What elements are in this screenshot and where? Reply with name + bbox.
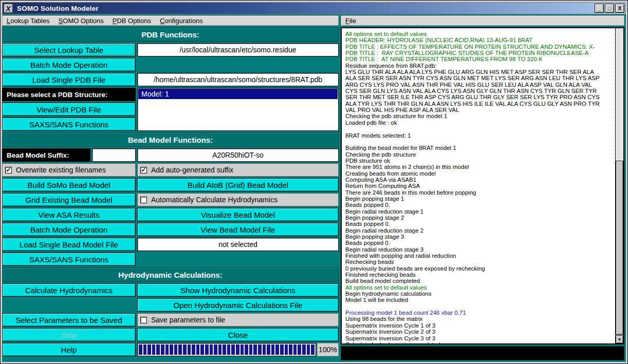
title-bar[interactable]: X SOMO Solution Modeler _ □ X (2, 2, 626, 14)
menu-item-pdb-options[interactable]: PDB Options (113, 17, 151, 25)
console-line: There are 951 atoms in 2 chain(s) in thi… (345, 164, 614, 170)
close-window-button[interactable]: X (615, 4, 624, 13)
progress-segment (152, 344, 156, 355)
console-line: CYS SER GLN LYS ASN VAL ALA CYS LYS ASN … (345, 88, 614, 94)
console-output[interactable]: All options set to default valuesPDB HEA… (341, 27, 624, 344)
show-hydrodynamic-calculations-button[interactable]: Show Hydrodynamic Calculations (137, 283, 339, 297)
checkbox-icon: ✓ (140, 167, 147, 174)
load-single-pdb-file-button[interactable]: Load Single PDB File (2, 73, 136, 86)
console-line: Beads popped 0. (345, 202, 614, 208)
console-scrollbar[interactable]: ▼ (615, 28, 623, 343)
select-parameters-to-be-saved-button[interactable]: Select Parameters to be Saved (2, 313, 136, 327)
view-asa-results-button[interactable]: View ASA Results (2, 208, 136, 221)
stop-button[interactable]: Stop (2, 328, 136, 341)
bead-model-suffix-input[interactable] (92, 148, 136, 162)
select-lookup-table-button[interactable]: Select Lookup Table (2, 43, 136, 56)
load-single-bead-model-file-button[interactable]: Load Single Bead Model File (2, 238, 136, 251)
console-line: Model 1 will be included (345, 297, 614, 303)
list-item[interactable]: Model: 1 (138, 89, 338, 99)
progress-segment (275, 344, 279, 355)
progress-segment (280, 344, 284, 355)
grid-existing-bead-model-button[interactable]: Grid Existing Bead Model (2, 193, 136, 206)
console-line: PDB TITLE : EFFECTS OF TEMPERATURE ON PR… (345, 44, 614, 50)
visualize-bead-model-button[interactable]: Visualize Bead Model (137, 208, 339, 221)
scrollbar-thumb[interactable] (616, 161, 623, 335)
progress-segment (143, 344, 147, 355)
lookup-table-path-field: /usr/local/ultrascan/etc/somo.residue (137, 43, 339, 56)
console-line: Computing ASA via ASAB1 (345, 177, 614, 183)
checkbox-icon: ✓ (5, 167, 12, 174)
batch-mode-operation-button-pdb[interactable]: Batch Mode Operation (2, 58, 136, 71)
saxs-sans-functions-button-bead[interactable]: SAXS/SANS Functions (2, 253, 136, 266)
console-line: Begin popping stage 1 (345, 196, 614, 202)
menu-item-lookup-tables[interactable]: Lookup Tables (7, 17, 50, 25)
pdb-structure-stack: Please select a PDB Structure: View/Edit… (2, 88, 136, 131)
window-title: SOMO Solution Modeler (17, 5, 99, 12)
progress-segment (161, 344, 164, 355)
empty-cell (137, 58, 339, 71)
progress-segment (285, 344, 288, 355)
checkbox-label: Overwrite existing filenames (16, 166, 106, 174)
console-line: 8RAT models selected: 1 (345, 132, 614, 139)
console-line: Residue sequence from 8RAT.pdb: (345, 63, 614, 69)
menu-item-somo-options[interactable]: SOMO Options (59, 17, 104, 25)
calculate-hydrodynamics-button[interactable]: Calculate Hydrodynamics (2, 283, 136, 297)
menu-item-file[interactable]: File (345, 17, 356, 25)
auto-suffix-checkbox[interactable]: ✓ Add auto-generated suffix (137, 163, 339, 177)
save-parameters-checkbox[interactable]: Save parameters to file (137, 313, 339, 327)
minimize-button[interactable]: _ (595, 4, 604, 13)
progress-segment (156, 344, 160, 355)
view-bead-model-file-button[interactable]: View Bead Model File (137, 223, 339, 236)
pdb-structure-listbox[interactable]: Model: 1 (137, 88, 339, 131)
progress-segment (196, 344, 200, 355)
close-button[interactable]: Close (137, 328, 339, 341)
console-line: Supermatrix inversion Cycle 2 of 3 (345, 329, 614, 335)
console-line (345, 126, 614, 132)
status-display-box (341, 346, 624, 360)
progress-segment (311, 344, 315, 355)
build-somo-bead-model-button[interactable]: Build SoMo Bead Model (2, 178, 136, 191)
console-line: Supermatrix inversion Cycle 1 of 3 (345, 322, 614, 329)
main-content: Lookup TablesSOMO OptionsPDB OptionsConf… (2, 14, 626, 362)
progress-segment (293, 344, 297, 355)
console-text: All options set to default valuesPDB HEA… (342, 28, 615, 343)
empty-cell (2, 298, 136, 312)
progress-segment (227, 344, 231, 355)
saxs-sans-functions-button-pdb[interactable]: SAXS/SANS Functions (2, 118, 136, 131)
console-line: Supermatrix inversion Cycle 3 of 3 (345, 335, 614, 341)
progress-segment (271, 344, 275, 355)
progress-percent-label: 100% (317, 343, 339, 356)
scrollbar-down-arrow-icon[interactable]: ▼ (616, 335, 623, 343)
progress-segment (302, 344, 306, 355)
overwrite-filenames-checkbox[interactable]: ✓ Overwrite existing filenames (2, 163, 136, 177)
progress-segment (249, 344, 253, 355)
auto-calc-hydrodynamics-checkbox[interactable]: Automatically Calculate Hydrodynamics (137, 193, 339, 206)
progress-segment (218, 344, 222, 355)
console-line: Begin popping stage 3 (345, 234, 614, 240)
console-line: 0 previously buried beads are exposed by… (345, 265, 614, 272)
help-button[interactable]: Help (2, 343, 136, 356)
console-line: Finished rechecking beads (345, 272, 614, 278)
batch-mode-operation-button-bead[interactable]: Batch Mode Operation (2, 223, 136, 236)
maximize-button[interactable]: □ (605, 4, 614, 13)
progress-segment (223, 344, 226, 355)
progress-segment (174, 344, 178, 355)
console-line: VAL PRO VAL HIS PHE ASP ALA SER VAL (345, 107, 614, 113)
console-line: Return from Computing ASA (345, 183, 614, 189)
menu-item-configurations[interactable]: Configurations (160, 17, 203, 25)
open-hydrodynamic-calculations-file-button[interactable]: Open Hydrodynamic Calculations File (137, 298, 339, 312)
left-panel-body: PDB Functions: Select Lookup Table /usr/… (2, 27, 339, 362)
progress-segment (183, 344, 187, 355)
console-line: Begin popping stage 2 (345, 215, 614, 221)
console-line: Processing model 1 bead count 246 vbar 0… (345, 310, 614, 316)
console-line: Creating beads from atomic model (345, 170, 614, 177)
console-line: Building the bead model for 8RAT model 1 (345, 145, 614, 151)
console-line: Using 98 beads for the matrix (345, 316, 614, 322)
progress-segment (214, 344, 217, 355)
view-edit-pdb-file-button[interactable]: View/Edit PDB File (2, 103, 136, 116)
left-panel: Lookup TablesSOMO OptionsPDB OptionsConf… (2, 15, 339, 362)
progress-segment (263, 344, 266, 355)
progress-area: 100% (137, 343, 339, 356)
console-line: Checking the pdb structure for model 1 (345, 113, 614, 119)
build-atob-grid-bead-model-button[interactable]: Build AtoB (Grid) Bead Model (137, 178, 339, 191)
